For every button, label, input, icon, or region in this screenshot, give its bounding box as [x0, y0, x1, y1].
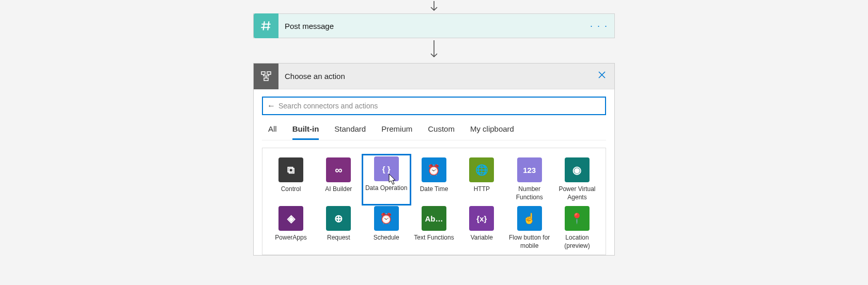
date-time-icon: ⏰ — [422, 157, 446, 182]
tab-all[interactable]: All — [268, 124, 277, 140]
svg-rect-3 — [261, 72, 265, 74]
tab-premium[interactable]: Premium — [381, 124, 412, 140]
number-functions-icon: 123 — [517, 157, 542, 182]
panel-title: Choose an action — [278, 72, 345, 81]
connector-flow-button-mobile[interactable]: ☝ Flow button for mobile — [506, 204, 553, 252]
connector-location[interactable]: 📍 Location (preview) — [554, 204, 600, 252]
connector-row-2: ◈ PowerApps ⊕ Request ⏰ Schedule Ab… Tex… — [268, 204, 600, 252]
svg-rect-5 — [264, 78, 268, 81]
tab-my-clipboard[interactable]: My clipboard — [470, 124, 514, 140]
svg-point-1 — [260, 20, 272, 32]
control-icon: ⧉ — [278, 157, 303, 182]
connector-power-virtual-agents[interactable]: ◉ Power Virtual Agents — [554, 155, 600, 204]
connector-control[interactable]: ⧉ Control — [268, 155, 314, 204]
schedule-icon: ⏰ — [374, 206, 399, 231]
ai-builder-icon: ∞ — [326, 157, 351, 182]
connector-schedule[interactable]: ⏰ Schedule — [363, 204, 410, 252]
variable-icon: {x} — [469, 206, 494, 231]
flow-button-mobile-icon: ☝ — [517, 206, 542, 231]
connector-date-time[interactable]: ⏰ Date Time — [411, 155, 457, 204]
power-virtual-agents-icon: ◉ — [565, 157, 590, 182]
choose-action-panel: Choose an action ← All Built-in Standard… — [253, 63, 615, 256]
step-title: Post message — [278, 22, 334, 30]
request-icon: ⊕ — [326, 206, 351, 231]
connector-ai-builder[interactable]: ∞ AI Builder — [315, 155, 362, 204]
connector-number-functions[interactable]: 123 Number Functions — [506, 155, 553, 204]
back-arrow-icon[interactable]: ← — [267, 101, 275, 110]
connector-tabs: All Built-in Standard Premium Custom My … — [262, 115, 606, 140]
search-input[interactable] — [278, 102, 601, 110]
connector-data-operation[interactable]: { } Data Operation — [363, 155, 410, 204]
svg-rect-4 — [267, 72, 271, 74]
connector-row-1: ⧉ Control ∞ AI Builder { } Data Operatio… — [268, 155, 600, 204]
powerapps-icon: ◈ — [278, 206, 303, 231]
close-icon[interactable] — [598, 71, 606, 82]
tab-built-in[interactable]: Built-in — [292, 124, 319, 140]
step-post-message[interactable]: Post message · · · — [253, 13, 615, 38]
flow-arrow-top — [429, 0, 439, 13]
text-functions-icon: Ab… — [422, 206, 446, 231]
panel-header: Choose an action — [254, 64, 614, 89]
connector-request[interactable]: ⊕ Request — [315, 204, 362, 252]
flow-arrow-mid — [429, 40, 439, 60]
connector-grid-wrap: ⧉ Control ∞ AI Builder { } Data Operatio… — [262, 148, 606, 255]
location-icon: 📍 — [565, 206, 590, 231]
connector-http[interactable]: 🌐 HTTP — [458, 155, 505, 204]
flow-canvas: Post message · · · Choose an action — [0, 0, 868, 285]
choose-action-icon — [254, 64, 278, 89]
search-box[interactable]: ← — [262, 97, 606, 115]
data-operation-icon: { } — [374, 156, 399, 181]
connector-powerapps[interactable]: ◈ PowerApps — [268, 204, 314, 252]
tab-standard[interactable]: Standard — [334, 124, 366, 140]
step-more-button[interactable]: · · · — [590, 21, 608, 31]
panel-body: ← All Built-in Standard Premium Custom M… — [254, 89, 614, 255]
tab-custom[interactable]: Custom — [428, 124, 455, 140]
hash-icon — [254, 13, 278, 38]
connector-text-functions[interactable]: Ab… Text Functions — [411, 204, 457, 252]
http-icon: 🌐 — [469, 157, 494, 182]
connector-variable[interactable]: {x} Variable — [458, 204, 505, 252]
